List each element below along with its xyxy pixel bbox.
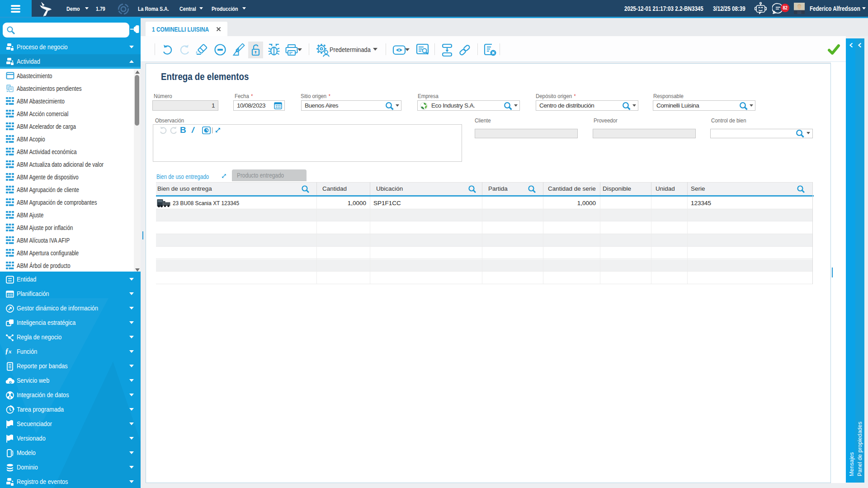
svg-text:z: z [196,50,198,54]
